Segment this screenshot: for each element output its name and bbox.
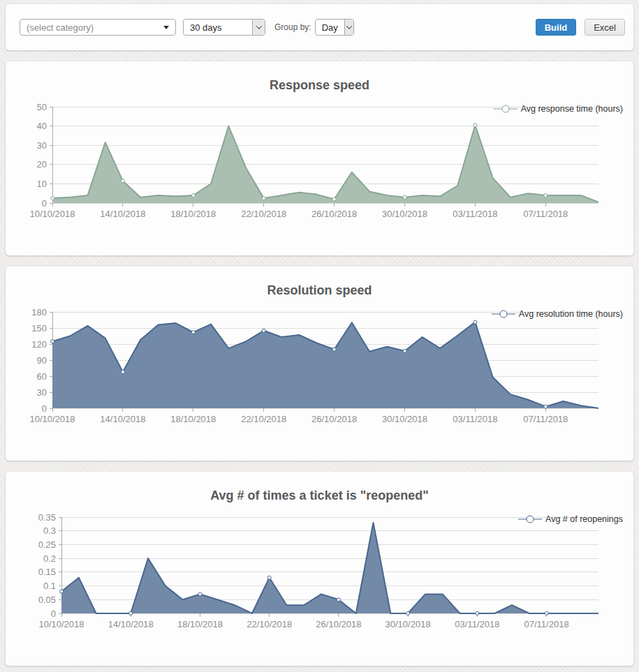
svg-text:30/10/2018: 30/10/2018 [385,619,431,629]
category-select[interactable]: (select category) [20,19,176,36]
svg-text:22/10/2018: 22/10/2018 [247,619,292,629]
svg-text:03/11/2018: 03/11/2018 [453,414,497,424]
svg-text:40: 40 [37,121,47,131]
svg-text:20: 20 [37,159,47,170]
svg-text:0.3: 0.3 [43,525,56,536]
svg-text:22/10/2018: 22/10/2018 [241,209,286,219]
svg-text:14/10/2018: 14/10/2018 [100,209,145,219]
period-select-value: 30 days [184,22,252,33]
svg-text:0.25: 0.25 [38,539,56,550]
svg-text:10/10/2018: 10/10/2018 [29,414,75,424]
svg-text:26/10/2018: 26/10/2018 [311,209,357,219]
svg-text:180: 180 [31,307,47,318]
legend-line-marker-icon [518,514,542,524]
svg-text:120: 120 [31,339,47,350]
chart-title: Avg # of times a ticket is "reopened" [6,472,633,503]
svg-text:14/10/2018: 14/10/2018 [100,414,145,424]
resolution-speed-chart-panel: Resolution speed Avg resolution time (ho… [6,267,633,461]
svg-text:50: 50 [37,102,47,112]
chevron-down-icon [252,20,265,35]
response-speed-chart-panel: Response speed Avg response time (hours)… [6,61,633,255]
response-speed-area-chart: 0102030405010/10/201814/10/201818/10/201… [6,100,633,239]
svg-text:03/11/2018: 03/11/2018 [453,209,497,219]
svg-text:10/10/2018: 10/10/2018 [38,619,84,629]
legend-label: Avg response time (hours) [521,104,623,114]
legend-line-marker-icon [492,309,515,319]
svg-text:0.05: 0.05 [38,595,56,605]
svg-text:30: 30 [37,387,47,398]
svg-text:07/11/2018: 07/11/2018 [524,619,569,629]
chart-legend: Avg response time (hours) [494,103,623,114]
group-by-label: Group by: [274,22,311,32]
build-button[interactable]: Build [536,19,577,36]
legend-label: Avg resolution time (hours) [519,309,623,319]
svg-text:03/11/2018: 03/11/2018 [455,619,499,629]
chevron-down-icon [344,20,353,35]
filter-toolbar: (select category) 30 days Group by: Day … [6,4,633,50]
legend-label: Avg # of reopenings [545,514,623,524]
svg-text:07/11/2018: 07/11/2018 [523,209,568,219]
group-by-select-value: Day [316,22,344,33]
svg-text:30/10/2018: 30/10/2018 [382,209,427,219]
svg-text:60: 60 [37,371,47,382]
group-by-select[interactable]: Day [315,19,354,36]
chart-title: Response speed [6,61,633,93]
resolution-speed-area-chart: 030609012015018010/10/201814/10/201818/1… [6,305,633,445]
svg-text:0: 0 [42,403,47,414]
svg-text:10: 10 [37,179,47,189]
svg-text:26/10/2018: 26/10/2018 [316,619,361,629]
svg-text:30: 30 [37,140,47,151]
svg-text:10/10/2018: 10/10/2018 [29,209,75,219]
svg-text:0.15: 0.15 [38,567,56,577]
svg-text:18/10/2018: 18/10/2018 [177,619,223,629]
excel-button[interactable]: Excel [585,19,625,36]
legend-line-marker-icon [494,104,517,114]
svg-text:14/10/2018: 14/10/2018 [108,619,154,629]
chart-legend: Avg resolution time (hours) [492,308,623,320]
svg-text:30/10/2018: 30/10/2018 [382,414,427,424]
chart-title: Resolution speed [6,267,633,298]
caret-down-icon [163,26,169,29]
svg-text:22/10/2018: 22/10/2018 [241,414,286,424]
svg-text:18/10/2018: 18/10/2018 [170,209,216,219]
svg-text:0: 0 [51,608,56,619]
svg-text:26/10/2018: 26/10/2018 [311,414,357,424]
category-select-value: (select category) [20,22,163,33]
svg-text:0.35: 0.35 [38,512,56,523]
reopened-tickets-chart-panel: Avg # of times a ticket is "reopened" Av… [6,472,633,666]
svg-text:18/10/2018: 18/10/2018 [170,414,216,424]
reopenings-area-chart: 00.050.10.150.20.250.30.3510/10/201814/1… [6,510,633,650]
svg-text:0.1: 0.1 [43,581,56,591]
svg-text:0: 0 [42,198,47,209]
chart-legend: Avg # of reopenings [518,514,623,525]
svg-text:150: 150 [31,323,47,334]
svg-text:90: 90 [37,355,47,366]
svg-text:0.2: 0.2 [43,553,56,564]
period-select[interactable]: 30 days [183,19,265,36]
svg-text:07/11/2018: 07/11/2018 [523,414,568,424]
